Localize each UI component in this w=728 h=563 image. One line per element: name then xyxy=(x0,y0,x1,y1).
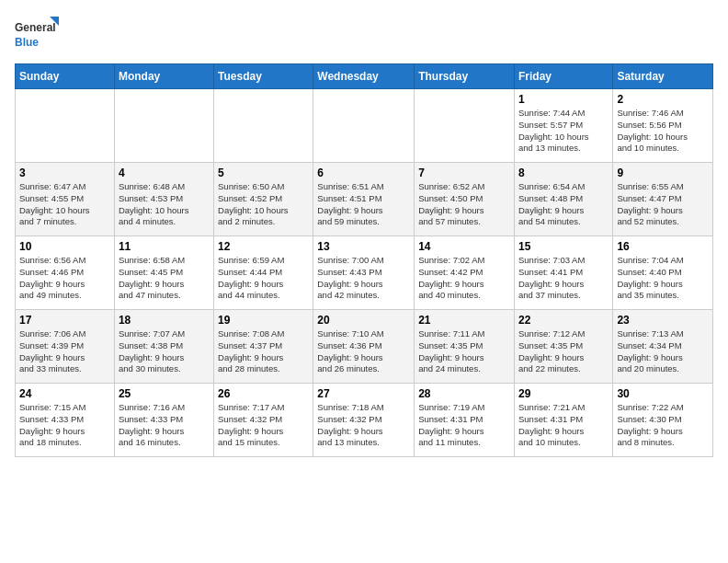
cell-info: Sunrise: 7:08 AM Sunset: 4:37 PM Dayligh… xyxy=(218,328,309,375)
day-number: 22 xyxy=(518,314,609,327)
calendar-cell: 3Sunrise: 6:47 AM Sunset: 4:55 PM Daylig… xyxy=(16,163,115,236)
day-number: 15 xyxy=(518,240,609,253)
calendar-cell: 19Sunrise: 7:08 AM Sunset: 4:37 PM Dayli… xyxy=(214,310,313,384)
cell-info: Sunrise: 7:11 AM Sunset: 4:35 PM Dayligh… xyxy=(418,328,510,375)
day-number: 20 xyxy=(317,314,410,327)
day-number: 17 xyxy=(19,314,110,327)
day-number: 19 xyxy=(218,314,309,327)
logo-svg: General Blue xyxy=(15,15,61,56)
cell-info: Sunrise: 6:51 AM Sunset: 4:51 PM Dayligh… xyxy=(317,181,410,228)
weekday-header-monday: Monday xyxy=(114,64,213,89)
day-number: 6 xyxy=(317,167,410,179)
calendar-cell: 17Sunrise: 7:06 AM Sunset: 4:39 PM Dayli… xyxy=(16,310,115,384)
day-number: 4 xyxy=(119,167,210,179)
cell-info: Sunrise: 7:16 AM Sunset: 4:33 PM Dayligh… xyxy=(119,402,210,449)
day-number: 14 xyxy=(418,240,510,253)
calendar-header: SundayMondayTuesdayWednesdayThursdayFrid… xyxy=(16,64,713,89)
cell-info: Sunrise: 6:54 AM Sunset: 4:48 PM Dayligh… xyxy=(518,181,609,228)
calendar-cell: 6Sunrise: 6:51 AM Sunset: 4:51 PM Daylig… xyxy=(313,163,415,236)
cell-info: Sunrise: 7:04 AM Sunset: 4:40 PM Dayligh… xyxy=(617,255,709,302)
cell-info: Sunrise: 7:03 AM Sunset: 4:41 PM Dayligh… xyxy=(518,255,609,302)
calendar-cell: 8Sunrise: 6:54 AM Sunset: 4:48 PM Daylig… xyxy=(514,163,612,236)
cell-info: Sunrise: 6:58 AM Sunset: 4:45 PM Dayligh… xyxy=(119,255,210,302)
weekday-header-sunday: Sunday xyxy=(16,64,115,89)
calendar-cell: 14Sunrise: 7:02 AM Sunset: 4:42 PM Dayli… xyxy=(415,236,515,310)
calendar-cell: 25Sunrise: 7:16 AM Sunset: 4:33 PM Dayli… xyxy=(114,384,213,457)
cell-info: Sunrise: 7:21 AM Sunset: 4:31 PM Dayligh… xyxy=(518,402,609,449)
cell-info: Sunrise: 7:15 AM Sunset: 4:33 PM Dayligh… xyxy=(19,402,110,449)
cell-info: Sunrise: 6:47 AM Sunset: 4:55 PM Dayligh… xyxy=(19,181,110,228)
cell-info: Sunrise: 7:02 AM Sunset: 4:42 PM Dayligh… xyxy=(418,255,510,302)
header: General Blue xyxy=(15,15,713,56)
calendar-cell xyxy=(214,89,313,163)
cell-info: Sunrise: 7:44 AM Sunset: 5:57 PM Dayligh… xyxy=(518,108,609,155)
weekday-header-thursday: Thursday xyxy=(415,64,515,89)
day-number: 11 xyxy=(119,240,210,253)
weekday-header-tuesday: Tuesday xyxy=(214,64,313,89)
calendar-cell: 18Sunrise: 7:07 AM Sunset: 4:38 PM Dayli… xyxy=(114,310,213,384)
cell-info: Sunrise: 7:17 AM Sunset: 4:32 PM Dayligh… xyxy=(218,402,309,449)
cell-info: Sunrise: 6:56 AM Sunset: 4:46 PM Dayligh… xyxy=(19,255,110,302)
cell-info: Sunrise: 6:52 AM Sunset: 4:50 PM Dayligh… xyxy=(418,181,510,228)
svg-text:General: General xyxy=(15,21,56,34)
calendar-cell: 9Sunrise: 6:55 AM Sunset: 4:47 PM Daylig… xyxy=(613,163,713,236)
calendar-cell: 22Sunrise: 7:12 AM Sunset: 4:35 PM Dayli… xyxy=(514,310,612,384)
cell-info: Sunrise: 7:22 AM Sunset: 4:30 PM Dayligh… xyxy=(617,402,709,449)
week-row-4: 17Sunrise: 7:06 AM Sunset: 4:39 PM Dayli… xyxy=(16,310,713,384)
calendar-cell: 30Sunrise: 7:22 AM Sunset: 4:30 PM Dayli… xyxy=(613,384,713,457)
calendar-cell xyxy=(415,89,515,163)
calendar-cell: 21Sunrise: 7:11 AM Sunset: 4:35 PM Dayli… xyxy=(415,310,515,384)
weekday-row: SundayMondayTuesdayWednesdayThursdayFrid… xyxy=(16,64,713,89)
day-number: 3 xyxy=(19,167,110,179)
calendar-cell: 24Sunrise: 7:15 AM Sunset: 4:33 PM Dayli… xyxy=(16,384,115,457)
cell-info: Sunrise: 7:10 AM Sunset: 4:36 PM Dayligh… xyxy=(317,328,410,375)
day-number: 9 xyxy=(617,167,709,179)
day-number: 26 xyxy=(218,387,309,400)
calendar-cell: 27Sunrise: 7:18 AM Sunset: 4:32 PM Dayli… xyxy=(313,384,415,457)
day-number: 10 xyxy=(19,240,110,253)
day-number: 12 xyxy=(218,240,309,253)
weekday-header-friday: Friday xyxy=(514,64,612,89)
calendar-cell: 13Sunrise: 7:00 AM Sunset: 4:43 PM Dayli… xyxy=(313,236,415,310)
day-number: 29 xyxy=(518,387,609,400)
week-row-1: 1Sunrise: 7:44 AM Sunset: 5:57 PM Daylig… xyxy=(16,89,713,163)
calendar-table: SundayMondayTuesdayWednesdayThursdayFrid… xyxy=(15,63,713,457)
day-number: 5 xyxy=(218,167,309,179)
day-number: 30 xyxy=(617,387,709,400)
weekday-header-saturday: Saturday xyxy=(613,64,713,89)
day-number: 2 xyxy=(617,93,709,106)
day-number: 21 xyxy=(418,314,510,327)
week-row-5: 24Sunrise: 7:15 AM Sunset: 4:33 PM Dayli… xyxy=(16,384,713,457)
day-number: 28 xyxy=(418,387,510,400)
weekday-header-wednesday: Wednesday xyxy=(313,64,415,89)
calendar-cell: 11Sunrise: 6:58 AM Sunset: 4:45 PM Dayli… xyxy=(114,236,213,310)
cell-info: Sunrise: 7:12 AM Sunset: 4:35 PM Dayligh… xyxy=(518,328,609,375)
calendar-cell: 20Sunrise: 7:10 AM Sunset: 4:36 PM Dayli… xyxy=(313,310,415,384)
day-number: 8 xyxy=(518,167,609,179)
day-number: 23 xyxy=(617,314,709,327)
cell-info: Sunrise: 6:55 AM Sunset: 4:47 PM Dayligh… xyxy=(617,181,709,228)
calendar-cell: 29Sunrise: 7:21 AM Sunset: 4:31 PM Dayli… xyxy=(514,384,612,457)
logo: General Blue xyxy=(15,15,61,56)
week-row-2: 3Sunrise: 6:47 AM Sunset: 4:55 PM Daylig… xyxy=(16,163,713,236)
calendar-cell: 16Sunrise: 7:04 AM Sunset: 4:40 PM Dayli… xyxy=(613,236,713,310)
day-number: 27 xyxy=(317,387,410,400)
calendar-cell xyxy=(313,89,415,163)
calendar-cell: 15Sunrise: 7:03 AM Sunset: 4:41 PM Dayli… xyxy=(514,236,612,310)
cell-info: Sunrise: 7:07 AM Sunset: 4:38 PM Dayligh… xyxy=(119,328,210,375)
calendar-cell: 1Sunrise: 7:44 AM Sunset: 5:57 PM Daylig… xyxy=(514,89,612,163)
day-number: 7 xyxy=(418,167,510,179)
calendar-cell: 4Sunrise: 6:48 AM Sunset: 4:53 PM Daylig… xyxy=(114,163,213,236)
cell-info: Sunrise: 7:19 AM Sunset: 4:31 PM Dayligh… xyxy=(418,402,510,449)
calendar-cell: 23Sunrise: 7:13 AM Sunset: 4:34 PM Dayli… xyxy=(613,310,713,384)
cell-info: Sunrise: 7:13 AM Sunset: 4:34 PM Dayligh… xyxy=(617,328,709,375)
calendar-cell: 28Sunrise: 7:19 AM Sunset: 4:31 PM Dayli… xyxy=(415,384,515,457)
day-number: 25 xyxy=(119,387,210,400)
calendar-cell: 12Sunrise: 6:59 AM Sunset: 4:44 PM Dayli… xyxy=(214,236,313,310)
cell-info: Sunrise: 6:59 AM Sunset: 4:44 PM Dayligh… xyxy=(218,255,309,302)
cell-info: Sunrise: 6:48 AM Sunset: 4:53 PM Dayligh… xyxy=(119,181,210,228)
day-number: 1 xyxy=(518,93,609,106)
cell-info: Sunrise: 6:50 AM Sunset: 4:52 PM Dayligh… xyxy=(218,181,309,228)
day-number: 18 xyxy=(119,314,210,327)
cell-info: Sunrise: 7:00 AM Sunset: 4:43 PM Dayligh… xyxy=(317,255,410,302)
